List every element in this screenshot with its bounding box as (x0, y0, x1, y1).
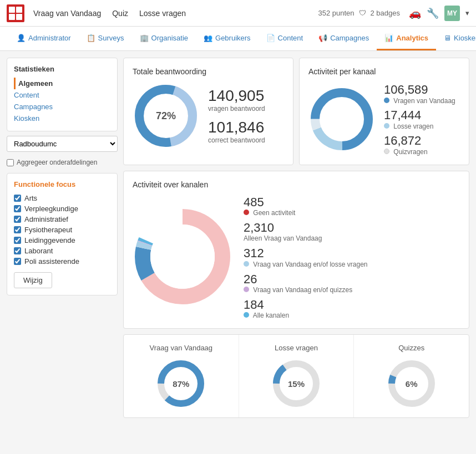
badges-value: 2 badges (371, 9, 401, 17)
bottom-title-2: Quizzes (363, 344, 460, 352)
focus-leidinggevende-checkbox[interactable] (14, 237, 21, 244)
bottom-title-1: Losse vragen (248, 344, 345, 352)
clipboard-icon: 📋 (87, 34, 95, 42)
bottom-card-0: Vraag van Vandaag 87% (124, 335, 239, 417)
totale-stats: 140,905 vragen beantwoord 101,846 correc… (208, 88, 265, 144)
focus-poli: Poli assisterende (14, 256, 110, 267)
aggregate-checkbox-row: Aggregeer onderafdelingen (7, 159, 118, 166)
small-pct-0: 87% (173, 379, 189, 388)
focus-fysiotherapeut-checkbox[interactable] (14, 226, 21, 233)
nav-tabs: 👤 Administrator 📋 Surveys 🏢 Organisatie … (0, 27, 476, 51)
aggregate-label: Aggregeer onderafdelingen (17, 159, 97, 166)
person-icon: 👤 (17, 34, 26, 42)
totale-pct: 72% (156, 110, 176, 122)
tab-gebruikers[interactable]: 👥 Gebruikers (196, 27, 259, 50)
tab-content[interactable]: 📄 Content (259, 27, 311, 50)
nav-losse[interactable]: Losse vragen (139, 9, 186, 18)
tab-surveys[interactable]: 📋 Surveys (79, 27, 132, 50)
sidebar: Statistieken Algemeen Content Campagnes … (7, 58, 118, 447)
aggregate-checkbox[interactable] (7, 159, 14, 166)
sidebar-item-campagnes[interactable]: Campagnes (14, 101, 110, 113)
tab-campagnes[interactable]: 📢 Campagnes (311, 27, 377, 50)
main-layout: Statistieken Algemeen Content Campagnes … (0, 51, 476, 454)
car-icon[interactable]: 🚗 (409, 7, 421, 19)
focus-arts: Arts (14, 193, 110, 203)
dot-vvv (384, 98, 389, 103)
points-value: 352 punten (318, 9, 354, 17)
act-item-2: 312 Vraag van Vandaag en/of losse vragen (244, 247, 460, 268)
topbar-icons: 🚗 🔧 MY ▾ (409, 6, 469, 21)
focus-laborant-checkbox[interactable] (14, 247, 21, 254)
bottom-card-1: Losse vragen 15% (239, 335, 355, 417)
sidebar-item-kiosken[interactable]: Kiosken (14, 113, 110, 124)
focus-arts-checkbox[interactable] (14, 195, 21, 202)
activity-legend: 485 Geen activiteit 2,310 Alleen Vraag v… (244, 196, 460, 319)
small-donut-0: 87% (156, 359, 206, 409)
act-dot-3 (244, 287, 249, 292)
tab-administrator[interactable]: 👤 Administrator (9, 27, 79, 50)
channel-item-2: 16,872 Quizvragen (384, 134, 455, 156)
app-logo (7, 4, 24, 22)
act-dot-0 (244, 210, 249, 215)
act-dot-2 (244, 261, 249, 267)
nav-vraag[interactable]: Vraag van Vandaag (33, 9, 101, 18)
kanaal-title: Activiteit per kanaal (308, 67, 460, 76)
focus-poli-checkbox[interactable] (14, 258, 21, 265)
chart-icon: 📊 (384, 34, 393, 42)
sidebar-stats-title: Statistieken (14, 65, 110, 73)
totale-donut: 72% (133, 83, 199, 149)
dropdown-icon[interactable]: ▾ (465, 9, 469, 17)
act-item-3: 26 Vraag van Vandaag en/of quizzes (244, 273, 460, 294)
wijzig-button[interactable]: Wijzig (14, 272, 52, 288)
dot-quiz (384, 149, 389, 154)
people-icon: 👥 (204, 34, 212, 42)
monitor-icon: 🖥 (444, 34, 451, 42)
totale-big1: 140,905 vragen beantwoord (208, 88, 265, 113)
bottom-title-0: Vraag van Vandaag (133, 344, 230, 352)
focus-title: Functionele focus (14, 180, 110, 188)
focus-leidinggevende: Leidinggevende (14, 235, 110, 246)
totale-donut-row: 72% 140,905 vragen beantwoord 101,846 co… (133, 83, 284, 149)
megaphone-icon: 📢 (318, 34, 327, 42)
channel-item-1: 17,444 Losse vragen (384, 108, 455, 130)
activiteit-title: Activiteit over kanalen (133, 180, 460, 189)
focus-administratief-checkbox[interactable] (14, 216, 21, 223)
activity-donut-svg (133, 207, 232, 307)
focus-verpleegkundige-checkbox[interactable] (14, 205, 21, 212)
activiteit-kanaal-card: Activiteit per kanaal 106,589 (299, 58, 469, 165)
dot-lv (384, 123, 389, 129)
tab-analytics[interactable]: 📊 Analytics (377, 27, 436, 50)
bottom-card-2: Quizzes 6% (354, 335, 469, 417)
channel-stats: 106,589 Vragen van Vandaag 17,444 Losse … (384, 83, 455, 156)
act-item-4: 184 Alle kanalen (244, 298, 460, 319)
focus-administratief: Administratief (14, 214, 110, 225)
tab-organisatie[interactable]: 🏢 Organisatie (132, 27, 196, 50)
nav-quiz[interactable]: Quiz (112, 9, 128, 18)
focus-section: Functionele focus Arts Verpleegkundige A… (7, 173, 118, 295)
svg-point-11 (150, 225, 215, 289)
totale-title: Totale beantwoording (133, 67, 284, 76)
focus-fysiotherapeut: Fysiotherapeut (14, 225, 110, 235)
small-donut-2: 6% (387, 359, 437, 409)
act-item-1: 2,310 Alleen Vraag van Vandaag (244, 221, 460, 242)
sidebar-item-content[interactable]: Content (14, 89, 110, 101)
kanaal-donut (308, 86, 375, 152)
sidebar-item-algemeen[interactable]: Algemeen (14, 78, 110, 89)
focus-laborant: Laborant (14, 246, 110, 256)
channel-item-0: 106,589 Vragen van Vandaag (384, 83, 455, 105)
act-item-0: 485 Geen activiteit (244, 196, 460, 217)
file-icon: 📄 (266, 34, 275, 42)
activity-donut-container (133, 207, 232, 308)
tab-kiosken[interactable]: 🖥 Kiosken (436, 27, 476, 50)
topbar: Vraag van Vandaag Quiz Losse vragen 352 … (0, 0, 476, 27)
wrench-icon[interactable]: 🔧 (427, 7, 439, 19)
user-avatar[interactable]: MY (444, 6, 460, 21)
content-area: Totale beantwoording 72% 140,905 v (123, 58, 469, 447)
activiteit-over-kanalen-card: Activiteit over kanalen (123, 171, 469, 329)
act-dot-4 (244, 312, 249, 318)
organisation-dropdown[interactable]: Radboudumc (7, 136, 118, 152)
shield-icon: 🛡 (359, 9, 366, 17)
kanaal-donut-row: 106,589 Vragen van Vandaag 17,444 Losse … (308, 83, 460, 156)
sidebar-dropdown-container: Radboudumc (7, 136, 118, 152)
activity-inner: 485 Geen activiteit 2,310 Alleen Vraag v… (133, 196, 460, 319)
